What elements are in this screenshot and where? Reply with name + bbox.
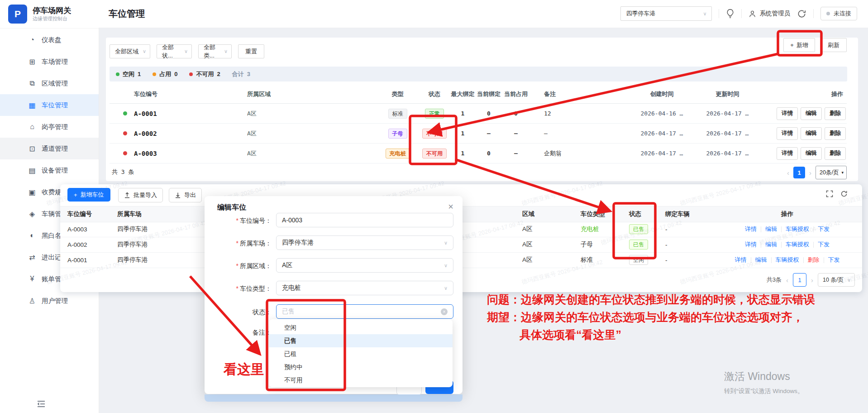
sidebar-item-channel[interactable]: ⊡通道管理 xyxy=(0,138,99,159)
current-page[interactable]: 1 xyxy=(793,167,805,178)
refresh-icon[interactable] xyxy=(840,190,848,197)
add-button-label: 新增 xyxy=(796,41,808,49)
export-button[interactable]: 导出 xyxy=(169,188,202,202)
batch-import-button[interactable]: 批量导入 xyxy=(118,188,163,202)
detail-button[interactable]: 详情 xyxy=(777,147,798,160)
vehicle-auth-link[interactable]: 车辆授权 xyxy=(776,256,799,264)
column-header: 类型 xyxy=(377,90,419,98)
edit-button[interactable]: 编辑 xyxy=(801,107,822,120)
prev-page-icon[interactable]: ‹ xyxy=(786,276,788,284)
sidebar-item-parking-lot[interactable]: ⊞车场管理 xyxy=(0,51,99,72)
app-subtitle: 边缘管理控制台 xyxy=(33,15,71,22)
status-option-空闲[interactable]: 空闲 xyxy=(269,321,453,334)
table-row: A-0002A区子母不可用1–––2026-04-17 …2026-04-17 … xyxy=(110,124,847,144)
field-value: A-0003 xyxy=(282,216,302,224)
dispatch-link[interactable]: 下发 xyxy=(828,256,840,264)
edit-link[interactable]: 编辑 xyxy=(765,225,777,233)
space-id-cell: A-0001 xyxy=(110,110,241,117)
filter-status-select[interactable]: 全部状...∨ xyxy=(157,44,192,58)
delete-link[interactable]: 删除 xyxy=(808,256,820,264)
sidebar-item-booth[interactable]: ⌂岗亭管理 xyxy=(0,116,99,138)
filter-area-select[interactable]: 全部区域∨ xyxy=(110,44,150,58)
sidebar-item-region[interactable]: ⧉区域管理 xyxy=(0,72,99,94)
delete-button[interactable]: 删除 xyxy=(825,107,846,120)
area-cell: A区 xyxy=(241,130,377,138)
status-option-预约中[interactable]: 预约中 xyxy=(269,360,453,374)
cur-bind-cell: 0 xyxy=(475,150,502,157)
page-title: 车位管理 xyxy=(109,0,145,27)
column-header: 操作 xyxy=(760,90,847,98)
status-option-不可用[interactable]: 不可用 xyxy=(269,374,453,387)
sidebar-item-parking-space[interactable]: ▦车位管理 xyxy=(0,94,99,116)
next-page-icon[interactable]: › xyxy=(811,276,813,284)
column-header: 车位编号 xyxy=(60,210,110,218)
status-dot-icon xyxy=(153,72,156,76)
车位类型-select[interactable]: 充电桩∨ xyxy=(276,281,453,295)
look-here-label: 看这里 xyxy=(224,360,264,379)
next-page-icon[interactable]: › xyxy=(809,169,811,177)
detail-link[interactable]: 详情 xyxy=(745,225,757,233)
close-icon[interactable]: × xyxy=(448,202,453,212)
stat-占用: 占用0 xyxy=(153,70,177,78)
windows-activation-watermark: 激活 Windows 转到“设置”以激活 Windows。 xyxy=(724,370,804,395)
sidebar-item-label: 仪表盘 xyxy=(42,36,62,44)
status-option-已售[interactable]: 已售 xyxy=(269,334,453,347)
sidebar-item-dashboard[interactable]: ◔仪表盘 xyxy=(0,29,99,51)
bound-vehicle-cell: - xyxy=(658,241,712,248)
space-id: A-0002 xyxy=(134,130,157,137)
detail-link[interactable]: 详情 xyxy=(745,240,757,249)
status-placeholder: 已售 xyxy=(282,307,295,316)
dispatch-link[interactable]: 下发 xyxy=(818,240,830,249)
current-page[interactable]: 1 xyxy=(793,273,806,287)
prev-page-icon[interactable]: ‹ xyxy=(787,169,789,177)
max-bind-cell: 1 xyxy=(450,130,475,137)
dialog-field-车位编号: *车位编号：A-0003 xyxy=(205,213,463,228)
required-asterisk: * xyxy=(236,262,238,269)
actions-cell: 详情编辑删除 xyxy=(760,127,847,140)
main-pagination: ‹ 1 › 20条/页▾ xyxy=(787,166,847,179)
detail-button[interactable]: 详情 xyxy=(777,127,798,140)
status-option-已租[interactable]: 已租 xyxy=(269,347,453,360)
detail-button[interactable]: 详情 xyxy=(777,107,798,120)
space-id-cell: A-0003 xyxy=(110,150,241,157)
space-id-input[interactable]: A-0003 xyxy=(276,213,453,227)
filter-type-select[interactable]: 全部类...∨ xyxy=(198,44,232,58)
sidebar-item-user[interactable]: ♙用户管理 xyxy=(0,290,99,312)
sidebar-item-device[interactable]: ▤设备管理 xyxy=(0,159,99,181)
所属车场-select[interactable]: 四季停车港∨ xyxy=(276,235,453,250)
edit-button[interactable]: 编辑 xyxy=(801,147,822,160)
fullscreen-icon[interactable] xyxy=(826,190,833,197)
main-table-header: 车位编号所属区域类型状态最大绑定当前绑定当前占用备注创建时间更新时间操作 xyxy=(110,85,847,104)
vehicle-auth-link[interactable]: 车辆授权 xyxy=(786,240,809,249)
edit-button[interactable]: 编辑 xyxy=(801,127,822,140)
divider xyxy=(719,9,719,18)
area-cell: A区 xyxy=(515,256,573,264)
status-dropdown-panel: 空闲已售已租预约中不可用 xyxy=(269,319,453,387)
clear-icon[interactable]: × xyxy=(441,308,448,315)
collapse-sidebar-icon[interactable] xyxy=(37,400,45,408)
divider xyxy=(771,257,772,263)
field-value: A区 xyxy=(282,261,292,269)
reset-button[interactable]: 重置 xyxy=(238,44,264,58)
theme-bulb-icon[interactable] xyxy=(726,9,734,19)
add-button[interactable]: +新增 xyxy=(783,38,815,52)
updated-cell: 2026-04-17 … xyxy=(695,150,760,157)
park-select[interactable]: 四季停车港 ∨ xyxy=(620,6,712,21)
所属区域-select[interactable]: A区∨ xyxy=(276,258,453,273)
page-size-select[interactable]: 20条/页▾ xyxy=(816,166,847,179)
note-cell: – xyxy=(529,130,629,137)
app-logo-icon: P xyxy=(8,5,27,24)
divider xyxy=(781,242,782,248)
user-menu[interactable]: 系统管理员 xyxy=(749,10,791,18)
sidebar-item-label: 用户管理 xyxy=(42,297,68,305)
column-header: 更新时间 xyxy=(695,90,760,98)
logout-icon[interactable] xyxy=(797,9,806,19)
状态-select[interactable]: 已售× xyxy=(276,304,453,319)
delete-button[interactable]: 删除 xyxy=(825,127,846,140)
created-cell: 2026-04-17 … xyxy=(629,150,695,157)
field-label: *所属区域： xyxy=(205,258,272,274)
column-header: 当前占用 xyxy=(502,90,529,98)
delete-button[interactable]: 删除 xyxy=(825,147,846,160)
filter-bar: 全部区域∨ 全部状...∨ 全部类...∨ 重置 xyxy=(110,44,264,58)
refresh-button[interactable]: 刷新 xyxy=(820,38,847,52)
